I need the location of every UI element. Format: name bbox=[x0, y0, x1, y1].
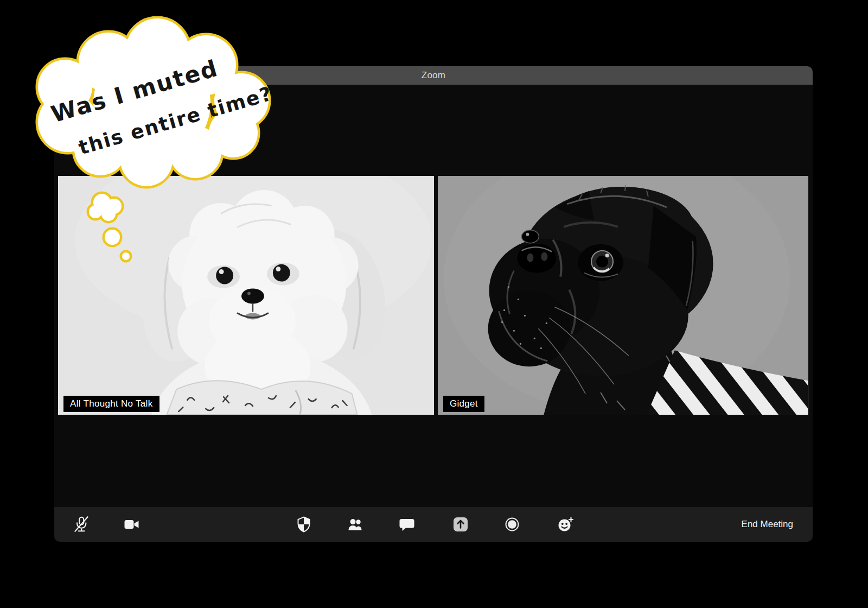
microphone-muted-icon bbox=[72, 515, 91, 534]
end-meeting-button[interactable]: End Meeting bbox=[738, 518, 796, 530]
mute-button[interactable] bbox=[70, 513, 93, 536]
share-screen-button[interactable] bbox=[450, 514, 471, 535]
share-screen-icon bbox=[452, 516, 469, 533]
black-pug-illustration bbox=[438, 176, 808, 415]
window-title: Zoom bbox=[422, 70, 445, 81]
chat-bubble-icon bbox=[398, 516, 416, 533]
participant-name-tag: All Thought No Talk bbox=[63, 396, 159, 412]
participant-name-tag: Gidget bbox=[443, 396, 484, 412]
video-tile-participant-2[interactable]: Gidget bbox=[438, 176, 808, 415]
video-camera-icon bbox=[123, 516, 141, 533]
chat-button[interactable] bbox=[396, 514, 418, 535]
participants-icon bbox=[347, 516, 364, 533]
reactions-button[interactable] bbox=[554, 514, 576, 535]
reactions-smiley-icon bbox=[557, 516, 574, 533]
record-button[interactable] bbox=[501, 514, 523, 535]
security-button[interactable] bbox=[293, 514, 315, 535]
security-shield-icon bbox=[295, 516, 312, 533]
record-icon bbox=[503, 516, 521, 533]
start-video-button[interactable] bbox=[121, 514, 143, 535]
meeting-toolbar: End Meeting bbox=[54, 507, 813, 542]
participants-button[interactable] bbox=[344, 514, 366, 535]
desktop-background: Zoom bbox=[0, 0, 868, 608]
thought-bubble: Was I muted this entire time? bbox=[33, 16, 282, 266]
